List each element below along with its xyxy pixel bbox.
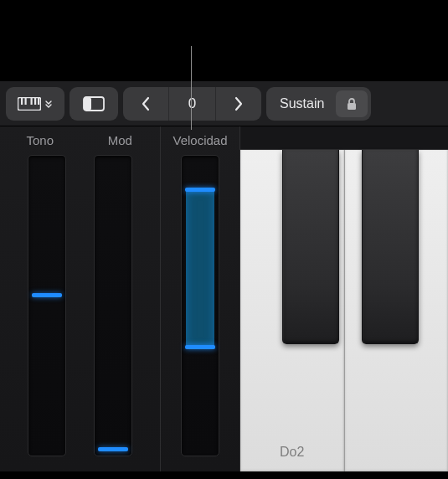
svg-rect-7: [84, 97, 91, 111]
sliders-row: [0, 150, 160, 471]
chevron-down-icon: [44, 100, 53, 108]
velocity-top-handle: [185, 188, 215, 192]
octave-down-button[interactable]: [123, 87, 168, 121]
callout-pointer: [191, 46, 192, 130]
toolbar: 0 Sustain: [0, 81, 448, 126]
labels-row: Tono Mod: [0, 126, 160, 150]
lock-icon: [346, 97, 358, 111]
velocity-fill: [186, 189, 214, 348]
key-label: Do2: [240, 445, 344, 460]
svg-rect-4: [34, 98, 36, 105]
black-key[interactable]: [362, 150, 419, 344]
svg-rect-2: [25, 98, 27, 105]
octave-up-button[interactable]: [216, 87, 261, 121]
velocity-bottom-handle: [185, 345, 215, 349]
tono-slider[interactable]: [28, 155, 66, 456]
black-key[interactable]: [282, 150, 339, 344]
svg-rect-5: [38, 98, 39, 105]
mod-slider-handle: [98, 447, 128, 451]
velocity-panel: Velocidad: [161, 126, 240, 471]
velocity-slider[interactable]: [181, 155, 219, 456]
mod-label: Mod: [80, 133, 161, 147]
tono-slider-handle: [32, 293, 62, 297]
sustain-button[interactable]: Sustain: [270, 96, 334, 111]
labels-row: Velocidad: [161, 126, 239, 150]
keyboard-select-button[interactable]: [6, 87, 64, 121]
panel-icon: [83, 96, 105, 111]
piano-top-strip: [240, 126, 448, 150]
bottom-strip: [0, 471, 448, 479]
keyboard-icon: [18, 97, 41, 111]
chevron-left-icon: [141, 96, 151, 111]
sustain-control: Sustain: [266, 87, 371, 121]
main-area: Tono Mod Velocidad Do2: [0, 126, 448, 471]
svg-rect-8: [348, 103, 356, 110]
octave-value: 0: [169, 87, 215, 121]
blank-header: [0, 0, 448, 81]
velocity-label: Velocidad: [161, 133, 239, 147]
sustain-lock-button[interactable]: [336, 90, 368, 117]
octave-stepper: 0: [123, 87, 261, 121]
mod-slider[interactable]: [94, 155, 132, 456]
piano-keyboard: Do2: [240, 126, 448, 471]
panel-toggle-button[interactable]: [70, 87, 118, 121]
svg-rect-3: [31, 98, 33, 105]
svg-rect-1: [21, 98, 23, 105]
pitch-mod-panel: Tono Mod: [0, 126, 161, 471]
velocity-slider-row: [161, 150, 239, 471]
tono-label: Tono: [0, 133, 80, 147]
chevron-right-icon: [234, 96, 244, 111]
